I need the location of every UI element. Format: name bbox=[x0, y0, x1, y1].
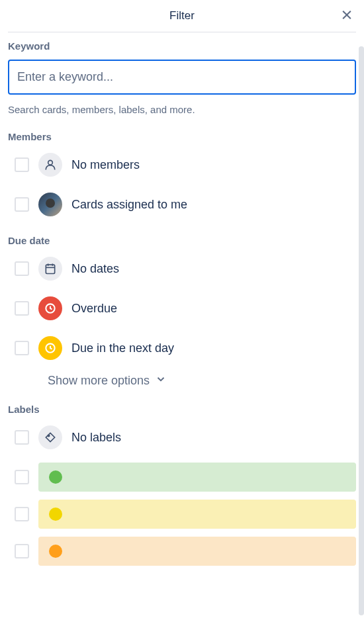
label-swatch-orange[interactable] bbox=[38, 537, 356, 566]
svg-point-9 bbox=[48, 435, 50, 437]
show-more-label: Show more options bbox=[48, 374, 150, 388]
labels-label: Labels bbox=[8, 404, 356, 415]
keyword-help-text: Search cards, members, labels, and more. bbox=[8, 104, 356, 115]
checkbox-no-members[interactable] bbox=[15, 157, 29, 172]
members-label: Members bbox=[8, 131, 356, 142]
keyword-input[interactable] bbox=[8, 60, 356, 95]
checkbox-no-dates[interactable] bbox=[15, 261, 29, 276]
checkbox-next-day[interactable] bbox=[15, 341, 29, 355]
show-more-options[interactable]: Show more options bbox=[8, 373, 356, 388]
filter-title: Filter bbox=[169, 9, 195, 22]
label-swatch-green[interactable] bbox=[38, 463, 356, 492]
due-option-next-day[interactable]: Due in the next day bbox=[8, 333, 356, 363]
chevron-down-icon bbox=[155, 373, 167, 388]
color-dot-green bbox=[49, 470, 62, 484]
calendar-icon bbox=[38, 257, 62, 281]
no-members-label: No members bbox=[71, 158, 140, 172]
avatar bbox=[38, 193, 62, 216]
person-icon bbox=[38, 153, 62, 177]
keyword-label: Keyword bbox=[8, 40, 356, 52]
next-day-label: Due in the next day bbox=[71, 341, 174, 355]
svg-rect-3 bbox=[46, 265, 54, 273]
clock-icon bbox=[38, 296, 62, 320]
labels-section: Labels No labels bbox=[8, 404, 356, 566]
label-option-orange[interactable] bbox=[8, 537, 356, 566]
tag-icon bbox=[38, 425, 62, 449]
svg-point-2 bbox=[48, 160, 53, 165]
member-option-assigned-to-me[interactable]: Cards assigned to me bbox=[8, 190, 356, 219]
checkbox-yellow-label[interactable] bbox=[15, 507, 29, 521]
due-date-label: Due date bbox=[8, 235, 356, 246]
checkbox-overdue[interactable] bbox=[15, 301, 29, 316]
keyword-section: Keyword Search cards, members, labels, a… bbox=[8, 40, 356, 115]
overdue-label: Overdue bbox=[71, 302, 117, 316]
members-section: Members No members Cards assigned to me bbox=[8, 131, 356, 219]
checkbox-orange-label[interactable] bbox=[15, 544, 29, 558]
filter-content: Keyword Search cards, members, labels, a… bbox=[0, 32, 364, 617]
no-labels-label: No labels bbox=[71, 431, 121, 445]
due-option-overdue[interactable]: Overdue bbox=[8, 294, 356, 323]
filter-header: Filter bbox=[8, 0, 356, 32]
close-icon bbox=[340, 9, 353, 24]
color-dot-orange bbox=[49, 545, 62, 558]
label-option-no-labels[interactable]: No labels bbox=[8, 423, 356, 452]
assigned-to-me-label: Cards assigned to me bbox=[71, 198, 187, 212]
clock-icon bbox=[38, 336, 62, 360]
color-dot-yellow bbox=[49, 508, 62, 521]
scrollbar[interactable] bbox=[359, 46, 364, 615]
label-swatch-yellow[interactable] bbox=[38, 500, 356, 529]
close-button[interactable] bbox=[338, 6, 356, 26]
member-option-no-members[interactable]: No members bbox=[8, 150, 356, 179]
label-option-yellow[interactable] bbox=[8, 500, 356, 529]
due-option-no-dates[interactable]: No dates bbox=[8, 254, 356, 283]
checkbox-no-labels[interactable] bbox=[15, 430, 29, 445]
checkbox-green-label[interactable] bbox=[15, 470, 29, 484]
due-date-section: Due date No dates Overdue bbox=[8, 235, 356, 388]
label-option-green[interactable] bbox=[8, 463, 356, 492]
no-dates-label: No dates bbox=[71, 262, 119, 276]
checkbox-assigned-to-me[interactable] bbox=[15, 197, 29, 212]
